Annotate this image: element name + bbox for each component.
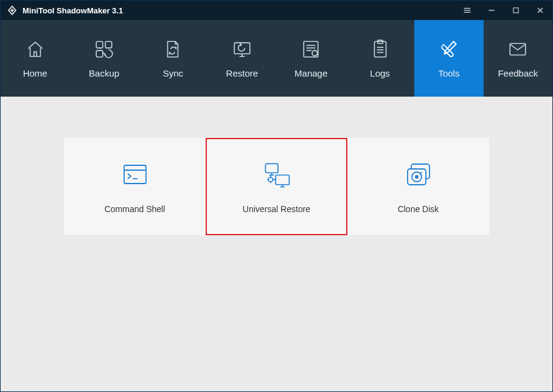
tools-icon (439, 39, 459, 60)
svg-rect-28 (276, 175, 289, 185)
tool-clone-disk[interactable]: Clone Disk (347, 138, 489, 235)
tool-label: Command Shell (105, 204, 165, 214)
nav-logs[interactable]: Logs (346, 20, 414, 97)
nav-sync[interactable]: Sync (139, 20, 207, 97)
svg-rect-9 (96, 50, 103, 57)
nav-label: Tools (438, 68, 459, 78)
home-icon (25, 39, 46, 60)
nav-label: Sync (163, 68, 183, 78)
tools-row: Command Shell Universal Restore (64, 138, 489, 235)
nav-label: Restore (226, 68, 259, 78)
nav-home[interactable]: Home (1, 20, 69, 97)
close-button[interactable] (528, 1, 552, 20)
titlebar: MiniTool ShadowMaker 3.1 (1, 1, 552, 20)
svg-rect-11 (304, 41, 318, 57)
manage-icon (301, 39, 321, 60)
nav-restore[interactable]: Restore (207, 20, 276, 97)
terminal-icon (119, 159, 151, 191)
clone-disk-icon (403, 159, 434, 191)
minimize-button[interactable] (479, 1, 504, 20)
nav-label: Feedback (498, 68, 538, 78)
sync-icon (162, 39, 183, 60)
app-title: MiniTool ShadowMaker 3.1 (23, 6, 123, 15)
tool-label: Universal Restore (243, 204, 310, 214)
nav-label: Logs (370, 68, 390, 78)
menu-button[interactable] (455, 1, 479, 20)
tool-universal-restore[interactable]: Universal Restore (206, 138, 347, 235)
svg-rect-7 (96, 41, 103, 48)
svg-point-35 (416, 176, 418, 178)
svg-point-15 (312, 50, 318, 56)
main-nav: Home Backup Sync (1, 20, 552, 97)
restore-icon (232, 39, 252, 60)
app-logo-icon (7, 5, 18, 16)
nav-feedback[interactable]: Feedback (484, 20, 552, 97)
content-area: Command Shell Universal Restore (1, 97, 552, 391)
svg-rect-25 (265, 163, 277, 173)
tool-command-shell[interactable]: Command Shell (64, 138, 206, 235)
nav-label: Manage (294, 68, 327, 78)
svg-rect-4 (513, 8, 518, 13)
nav-tools[interactable]: Tools (414, 20, 483, 97)
svg-rect-8 (105, 41, 112, 48)
app-window: MiniTool ShadowMaker 3.1 (0, 0, 553, 392)
svg-rect-21 (510, 43, 526, 55)
tool-label: Clone Disk (398, 204, 439, 214)
feedback-icon (507, 39, 528, 60)
nav-label: Home (23, 68, 47, 78)
backup-icon (94, 39, 114, 60)
svg-rect-10 (234, 43, 250, 53)
nav-label: Backup (89, 68, 119, 78)
universal-restore-icon (261, 159, 293, 191)
nav-backup[interactable]: Backup (69, 20, 138, 97)
svg-rect-22 (124, 165, 146, 184)
svg-point-31 (268, 177, 273, 182)
logs-icon (370, 39, 391, 60)
nav-manage[interactable]: Manage (277, 20, 346, 97)
maximize-button[interactable] (504, 1, 528, 20)
